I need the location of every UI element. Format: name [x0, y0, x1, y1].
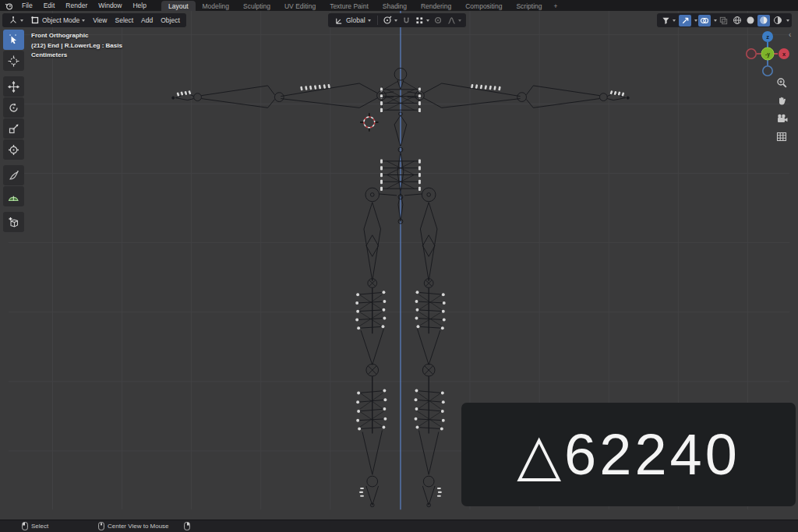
shading-rendered-button[interactable] — [772, 15, 783, 26]
snap-target-dropdown[interactable] — [413, 13, 432, 27]
menu-object[interactable]: Object — [157, 13, 184, 27]
active-object-text: (212) End | R.LowerLeg : Basis — [31, 41, 122, 51]
pivot-point-icon — [383, 16, 392, 25]
rotate-tool-icon — [8, 102, 19, 114]
rmb-icon — [184, 522, 190, 530]
tab-shading[interactable]: Shading — [376, 1, 414, 11]
tab-scripting[interactable]: Scripting — [509, 1, 549, 11]
snap-toggle[interactable] — [401, 15, 412, 26]
viewport-info-overlay: Front Orthographic (212) End | R.LowerLe… — [31, 31, 122, 61]
cursor-3d[interactable] — [360, 113, 378, 131]
zoom-button[interactable] — [775, 76, 788, 89]
delta-stats-text: △62240 — [517, 426, 740, 484]
pivot-point-dropdown[interactable] — [380, 13, 400, 27]
shading-wireframe-button[interactable] — [731, 15, 743, 26]
viewport-header-right — [657, 13, 792, 27]
menu-view[interactable]: View — [89, 13, 111, 27]
mode-dropdown[interactable]: Object Mode — [27, 13, 89, 27]
shading-material-icon — [759, 16, 768, 25]
proportional-editing-toggle[interactable] — [433, 15, 444, 26]
xray-toggle[interactable] — [718, 15, 729, 26]
gizmos-icon — [681, 16, 690, 25]
tool-measure[interactable] — [3, 186, 24, 206]
tab-layout[interactable]: Layout — [161, 1, 196, 11]
camera-icon — [776, 114, 788, 124]
camera-view-button[interactable] — [775, 112, 788, 125]
tool-cursor[interactable] — [3, 51, 24, 71]
viewport-header-center: Global — [328, 13, 466, 27]
menu-file[interactable]: File — [16, 0, 38, 11]
viewport-nav-buttons — [775, 76, 788, 143]
pan-button[interactable] — [775, 94, 788, 107]
delta-stats-overlay: △62240 — [461, 403, 796, 506]
menu-help[interactable]: Help — [127, 0, 151, 11]
transform-tool-icon — [8, 144, 19, 156]
tool-move[interactable] — [3, 76, 24, 97]
orientation-axes-icon — [334, 16, 343, 25]
annotate-tool-icon — [9, 170, 19, 181]
tool-annotate[interactable] — [3, 165, 24, 185]
tab-rendering[interactable]: Rendering — [414, 1, 458, 11]
box-select-icon — [9, 34, 19, 45]
cursor-tool-icon — [8, 55, 19, 67]
scale-tool-icon — [8, 123, 19, 135]
tab-uv-editing[interactable]: UV Editing — [277, 1, 323, 11]
tool-add-cube[interactable] — [3, 212, 24, 232]
viewport-header-left: Object Mode View Select Add Object — [2, 13, 186, 27]
mode-dropdown-label: Object Mode — [42, 16, 79, 24]
filter-icon — [662, 16, 670, 25]
editor-type-icon — [9, 16, 18, 25]
tool-shelf — [3, 30, 24, 232]
tool-transform[interactable] — [3, 139, 24, 160]
hand-icon — [776, 95, 787, 106]
menu-add[interactable]: Add — [137, 13, 157, 27]
shading-solid-button[interactable] — [744, 15, 756, 26]
orientation-dropdown[interactable]: Global — [330, 13, 375, 27]
mmb-icon — [98, 522, 104, 530]
overlays-icon — [700, 16, 709, 25]
view-name-text: Front Orthographic — [31, 31, 122, 41]
units-text: Centimeters — [31, 51, 122, 61]
gizmo-axis-y-front[interactable]: -y — [761, 48, 774, 60]
tool-rotate[interactable] — [3, 97, 24, 118]
orientation-label: Global — [346, 16, 365, 24]
svg-text:z: z — [766, 33, 769, 41]
statusbar-hint-select-label: Select — [31, 523, 48, 530]
shading-solid-icon — [746, 16, 755, 25]
shading-material-button[interactable] — [757, 15, 770, 26]
tab-sculpting[interactable]: Sculpting — [236, 1, 277, 11]
falloff-dropdown[interactable] — [445, 13, 464, 27]
menu-window[interactable]: Window — [93, 0, 127, 11]
object-type-visibility-dropdown[interactable] — [659, 13, 678, 27]
lmb-icon — [22, 522, 28, 530]
navigation-gizmo[interactable]: z x -y — [742, 28, 793, 83]
topbar: File Edit Render Window Help Layout Mode… — [0, 0, 798, 11]
gizmo-axis-x-positive[interactable]: x — [779, 48, 789, 59]
tool-select-box[interactable] — [3, 30, 24, 50]
gizmo-axis-z-positive[interactable]: z — [762, 31, 773, 42]
orthographic-toggle-button[interactable] — [775, 130, 788, 143]
tab-texture-paint[interactable]: Texture Paint — [323, 1, 376, 11]
svg-text:-y: -y — [765, 51, 770, 58]
tab-modeling[interactable]: Modeling — [196, 1, 237, 11]
blender-logo-icon[interactable] — [5, 2, 13, 10]
tool-scale[interactable] — [3, 118, 24, 139]
statusbar: Select Center View to Mouse — [0, 520, 798, 532]
grid-icon — [776, 132, 787, 142]
statusbar-hint-center-view: Center View to Mouse — [98, 520, 169, 532]
object-mode-icon — [31, 16, 39, 24]
add-cube-tool-icon — [8, 217, 19, 228]
gizmo-axis-z-negative[interactable] — [763, 66, 772, 76]
move-tool-icon — [8, 81, 19, 93]
show-gizmo-toggle[interactable] — [679, 15, 691, 26]
menu-select[interactable]: Select — [111, 13, 137, 27]
show-overlays-toggle[interactable] — [698, 15, 711, 26]
menu-render[interactable]: Render — [60, 0, 93, 11]
gizmo-axis-x-negative[interactable] — [747, 49, 756, 58]
add-workspace-button[interactable]: + — [549, 1, 563, 11]
editor-type-selector[interactable] — [5, 13, 27, 27]
measure-tool-icon — [8, 191, 19, 203]
menu-edit[interactable]: Edit — [38, 0, 61, 11]
shading-wireframe-icon — [733, 16, 742, 25]
tab-compositing[interactable]: Compositing — [458, 1, 509, 11]
